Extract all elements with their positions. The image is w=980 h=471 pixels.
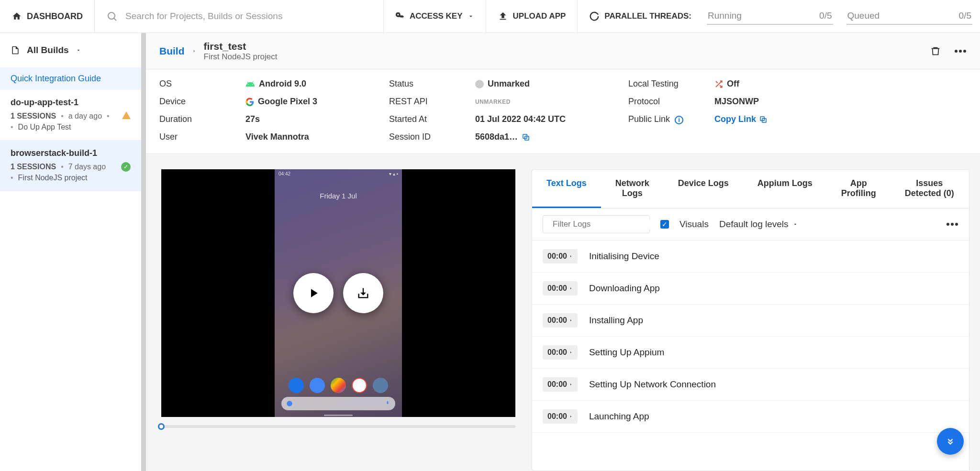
- more-menu-button[interactable]: [954, 49, 967, 53]
- upload-app-button[interactable]: UPLOAD APP: [486, 0, 578, 33]
- tab-device-logs[interactable]: Device Logs: [664, 170, 743, 208]
- scroll-down-fab[interactable]: [937, 428, 964, 455]
- access-key-button[interactable]: ACCESS KEY: [384, 0, 486, 33]
- log-message: Setting Up Appium: [589, 347, 664, 358]
- log-tabs: Text Logs NetworkLogs Device Logs Appium…: [532, 170, 969, 208]
- log-row[interactable]: 00:00Installing App: [532, 305, 969, 337]
- visuals-label: Visuals: [679, 219, 709, 230]
- local-testing-value: Off: [714, 79, 839, 89]
- visuals-checkbox[interactable]: ✓: [660, 220, 669, 229]
- svg-line-1: [114, 19, 117, 21]
- play-button[interactable]: [293, 273, 334, 313]
- tab-issues-detected[interactable]: IssuesDetected (0): [891, 170, 969, 208]
- info-icon[interactable]: i: [675, 116, 683, 124]
- public-link-value: Copy Link: [714, 114, 839, 124]
- build-sessions: 1 SESSIONS: [11, 163, 56, 171]
- separator-dot: •: [61, 112, 64, 120]
- log-row[interactable]: 00:00Downloading App: [532, 273, 969, 305]
- copy-icon: [759, 115, 768, 124]
- svg-point-4: [963, 50, 966, 53]
- google-g-icon: [286, 400, 293, 407]
- separator-dot: •: [61, 163, 64, 171]
- video-frame[interactable]: 04:42 ▾ ▴ ▪ Friday 1 Jul: [161, 169, 515, 417]
- log-timestamp: 00:00: [543, 313, 578, 328]
- download-button[interactable]: [343, 273, 383, 313]
- phone-search-bar: [281, 397, 395, 410]
- log-list[interactable]: 00:00Initialising Device00:00Downloading…: [532, 241, 969, 471]
- log-row[interactable]: 00:00Launching App: [532, 401, 969, 433]
- filter-logs-wrap[interactable]: [543, 215, 650, 233]
- delete-button[interactable]: [930, 45, 941, 57]
- log-row[interactable]: 00:00Setting Up Network Connection: [532, 369, 969, 401]
- quick-integration-guide[interactable]: Quick Integration Guide: [0, 67, 141, 90]
- build-breadcrumb-link[interactable]: Build: [159, 45, 185, 57]
- quick-guide-link[interactable]: Quick Integration Guide: [11, 74, 101, 84]
- svg-point-15: [955, 223, 958, 226]
- more-horizontal-icon: [946, 222, 958, 226]
- filter-logs-input[interactable]: [553, 219, 654, 229]
- log-message: Initialising Device: [589, 251, 659, 262]
- top-bar: DASHBOARD ACCESS KEY UPLOAD APP PARALLEL…: [0, 0, 980, 33]
- double-chevron-down-icon: [945, 436, 956, 447]
- status-value: Unmarked: [475, 79, 628, 89]
- tab-app-profiling[interactable]: AppProfiling: [827, 170, 891, 208]
- download-icon: [356, 286, 370, 300]
- status-label: Status: [389, 79, 475, 89]
- dashboard-link[interactable]: DASHBOARD: [0, 0, 95, 33]
- dashboard-label: DASHBOARD: [27, 11, 83, 22]
- rest-api-value: UNMARKED: [475, 99, 628, 105]
- log-row[interactable]: 00:00Setting Up Appium: [532, 337, 969, 369]
- copy-icon[interactable]: [522, 133, 530, 142]
- queued-meter[interactable]: Queued 0/5: [846, 8, 973, 25]
- main-panel: Build first_test First NodeJS project OS…: [146, 33, 980, 471]
- tab-text-logs[interactable]: Text Logs: [532, 170, 601, 208]
- log-level-label: Default log levels: [719, 219, 789, 230]
- session-subtitle: First NodeJS project: [204, 52, 278, 62]
- tab-appium-logs[interactable]: Appium Logs: [743, 170, 827, 208]
- search-icon: [106, 11, 118, 22]
- trash-icon: [930, 45, 941, 57]
- build-card[interactable]: browserstack-build-1 1 SESSIONS • 7 days…: [0, 141, 141, 191]
- search-input[interactable]: [125, 11, 372, 22]
- caret-down-icon: [792, 221, 798, 227]
- sidebar: All Builds Quick Integration Guide do-up…: [0, 33, 146, 471]
- pass-status-icon: ✓: [121, 162, 131, 172]
- chrome-icon: [352, 378, 367, 393]
- phone-status-bar: 04:42 ▾ ▴ ▪: [275, 169, 402, 178]
- bullet-icon: •: [11, 123, 13, 131]
- play-store-icon: [331, 378, 346, 393]
- parallel-threads-label-section: PARALLEL THREADS:: [578, 0, 703, 33]
- running-meter[interactable]: Running 0/5: [707, 8, 833, 25]
- caret-down-icon: [76, 47, 81, 53]
- session-info-grid: OS Android 9.0 Status Unmarked Local Tes…: [146, 69, 980, 154]
- protocol-label: Protocol: [628, 97, 714, 107]
- log-level-dropdown[interactable]: Default log levels: [719, 219, 798, 230]
- video-scrubber[interactable]: [161, 421, 515, 432]
- svg-point-13: [947, 223, 949, 226]
- svg-point-0: [108, 12, 115, 19]
- svg-point-3: [959, 50, 962, 53]
- session-title-block: first_test First NodeJS project: [204, 41, 278, 62]
- scrub-handle[interactable]: [158, 423, 165, 430]
- caret-right-icon: [569, 414, 573, 419]
- all-builds-dropdown[interactable]: All Builds: [0, 33, 141, 67]
- user-label: User: [159, 132, 245, 142]
- log-message: Installing App: [589, 315, 643, 326]
- log-row[interactable]: 00:00Initialising Device: [532, 241, 969, 273]
- started-label: Started At: [389, 114, 475, 124]
- build-card[interactable]: do-up-app-test-1 1 SESSIONS • a day ago …: [0, 90, 141, 141]
- upload-icon: [498, 11, 508, 22]
- refresh-icon: [589, 11, 600, 22]
- duration-label: Duration: [159, 114, 245, 124]
- phone-app-row: [275, 378, 402, 393]
- thread-meters: Running 0/5 Queued 0/5: [703, 0, 980, 33]
- home-icon: [11, 11, 22, 21]
- tab-network-logs[interactable]: NetworkLogs: [601, 170, 664, 208]
- copy-link-button[interactable]: Copy Link: [714, 114, 768, 124]
- bullet-icon: •: [11, 174, 13, 182]
- build-desc: Do Up App Test: [18, 123, 71, 131]
- running-value: 0/5: [819, 11, 832, 21]
- svg-point-14: [951, 223, 954, 226]
- content: All Builds Quick Integration Guide do-up…: [0, 33, 980, 471]
- log-more-menu[interactable]: [946, 222, 958, 226]
